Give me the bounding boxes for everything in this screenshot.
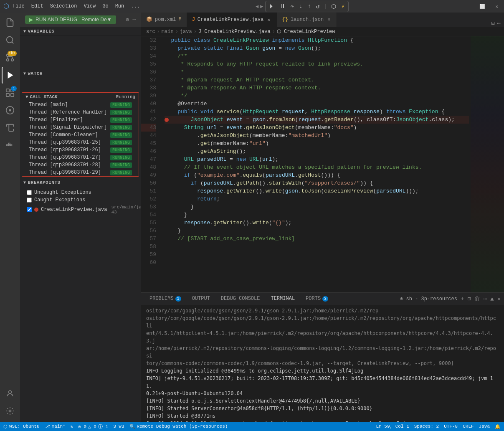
debug-pause-button[interactable]: ⏸ — [279, 2, 286, 10]
call-stack-thread[interactable]: Thread [Finalizer]RUNNING — [22, 116, 139, 124]
run-debug-button[interactable]: ▶ RUN AND DEBUG Remote De▼ — [25, 15, 116, 24]
debug-step-out-button[interactable]: ↑ — [306, 2, 312, 10]
panel-tab-output[interactable]: OUTPUT — [187, 293, 215, 305]
terminal-content[interactable]: ository/com/google/code/gson/gson/2.9.1/… — [141, 305, 504, 422]
split-terminal-button[interactable]: ⊡ — [467, 295, 471, 302]
call-stack-thread[interactable]: Thread [Signal Dispatcher]RUNNING — [22, 124, 139, 131]
menu-selection[interactable]: Selection — [50, 3, 77, 9]
call-stack-thread[interactable]: Thread [qtp399683701-25]RUNNING — [22, 139, 139, 146]
menu-view[interactable]: View — [84, 3, 96, 9]
tab-launch-json[interactable]: {} launch.json ✕ — [277, 13, 337, 27]
restore-button[interactable]: ⬜ — [477, 3, 488, 10]
file-breakpoint-extra: src/main/java 43 — [111, 205, 141, 215]
activity-search[interactable] — [2, 32, 18, 48]
nav-forward-button[interactable]: ▶ — [260, 3, 263, 10]
debug-step-over-button[interactable]: ↷ — [290, 2, 295, 11]
file-breakpoint-label: CreateLinkPreview.java — [41, 207, 107, 213]
panel-close-button[interactable]: ✕ — [497, 295, 501, 302]
menu-run[interactable]: Run — [115, 3, 124, 9]
file-breakpoint-checkbox[interactable] — [27, 207, 32, 212]
status-notifications[interactable]: 🔔 — [495, 424, 501, 429]
watch-label: WATCH — [28, 71, 43, 76]
call-stack-thread[interactable]: Thread [main]RUNNING — [22, 101, 139, 109]
status-encoding[interactable]: UTF-8 — [444, 424, 458, 429]
activity-accounts[interactable] — [2, 385, 18, 402]
call-stack-thread[interactable]: Thread [qtp399683701-27]RUNNING — [22, 154, 139, 161]
activity-extensions[interactable]: 1 — [2, 84, 18, 101]
debug-disconnect-button[interactable]: ⬡ — [330, 2, 337, 11]
close-button[interactable]: ✕ — [493, 3, 501, 10]
json-tab-close[interactable]: ✕ — [326, 16, 332, 23]
status-language[interactable]: Java — [479, 424, 490, 429]
breakpoints-section-header[interactable]: ▼ BREAKPOINTS — [20, 178, 141, 187]
tab-create-link-preview[interactable]: J CreateLinkPreview.java ✕ — [187, 13, 277, 27]
panel-tab-debug-console[interactable]: DEBUG CONSOLE — [216, 293, 265, 305]
code-line: if (parsedURL.getPath().startsWith("/sup… — [165, 179, 469, 187]
menu-file[interactable]: File — [13, 3, 25, 9]
status-branch[interactable]: ⎇ main* — [45, 424, 66, 429]
panel-more-button[interactable]: ⋯ — [484, 295, 487, 302]
breadcrumb-src[interactable]: src — [146, 29, 155, 35]
activity-settings[interactable] — [2, 403, 18, 419]
settings-icon[interactable]: ⚙ — [126, 16, 129, 23]
debug-step-into-button[interactable]: ↓ — [298, 2, 303, 10]
debug-continue-button[interactable]: ⏵ — [268, 2, 276, 10]
caught-exceptions-checkbox[interactable] — [27, 198, 32, 203]
panel-maximize-button[interactable]: ▲ — [490, 296, 494, 302]
breakpoint-file: CreateLinkPreview.java src/main/java 43 — [20, 204, 141, 216]
debug-toolbar-container: ◀ ▶ ⏵ ⏸ ↷ ↓ ↑ ↺ | ⬡ ⚡ — [140, 1, 464, 12]
activity-explorer[interactable] — [2, 14, 18, 31]
call-stack-thread[interactable]: Thread [Reference Handler]RUNNING — [22, 109, 139, 116]
status-position[interactable]: Ln 59, Col 1 — [376, 424, 409, 429]
menu-more[interactable]: ... — [131, 3, 140, 9]
status-wsl[interactable]: ⬡ WSL: Ubuntu — [3, 424, 40, 429]
panel-tab-terminal[interactable]: TERMINAL — [266, 293, 300, 305]
debug-restart-button[interactable]: ↺ — [315, 2, 320, 11]
activity-run-debug[interactable] — [2, 67, 18, 84]
status-debug-watch[interactable]: 🔍 Remote Debug Watch (3p-resources) — [129, 424, 228, 429]
status-remote-count[interactable]: 3 W3 — [113, 424, 124, 429]
debug-hotreload-button[interactable]: ⚡ — [340, 2, 345, 11]
code-content[interactable]: public class CreateLinkPreview implement… — [163, 36, 471, 292]
more-icon[interactable]: ⋯ — [132, 16, 136, 23]
new-terminal-button[interactable]: + — [461, 296, 464, 302]
variables-section-header[interactable]: ▼ VARIABLES — [20, 27, 141, 36]
line-number: 32 — [141, 36, 156, 44]
panel-tab-ports[interactable]: PORTS 3 — [301, 293, 333, 305]
status-errors[interactable]: ⊗ 0 △ 0 ⓘ 1 — [78, 423, 108, 430]
uncaught-exceptions-checkbox[interactable] — [27, 190, 32, 195]
activity-source-control[interactable]: 1k+ — [2, 49, 18, 66]
call-stack-thread[interactable]: Thread [Common-Cleaner]RUNNING — [22, 131, 139, 139]
watch-section-header[interactable]: ▼ WATCH — [20, 69, 141, 78]
breadcrumb-class[interactable]: ⬡ CreateLinkPreview — [277, 28, 335, 35]
menu-edit[interactable]: Edit — [31, 3, 43, 9]
status-sync[interactable]: ↻ — [71, 424, 73, 429]
menu-go[interactable]: Go — [102, 3, 108, 9]
status-line-ending[interactable]: CRLF — [463, 424, 474, 429]
line-number: 43 — [141, 124, 156, 132]
panel-tab-problems[interactable]: PROBLEMS 1 — [144, 293, 186, 305]
minimize-button[interactable]: ─ — [464, 3, 472, 10]
code-line: } — [165, 203, 469, 211]
activity-remote[interactable] — [2, 102, 18, 119]
thread-name: Thread [qtp399683701-29] — [29, 170, 101, 175]
nav-back-button[interactable]: ◀ — [256, 3, 258, 10]
problems-label: PROBLEMS — [149, 296, 174, 302]
call-stack-header[interactable]: ▼ CALL STACK Running — [22, 93, 139, 101]
split-editor-button[interactable]: ⊡ — [491, 20, 494, 27]
status-spaces[interactable]: Spaces: 2 — [414, 424, 439, 429]
code-line: * Responds to any HTTP request related t… — [165, 60, 469, 68]
tab-pom-xml[interactable]: 📦 pom.xml M — [141, 13, 187, 27]
terminal-line: ent/4.5.1/httpclient-4.5.1.jar:/home/pie… — [146, 330, 499, 345]
activity-testing[interactable] — [2, 119, 18, 136]
breadcrumb-file[interactable]: J CreateLinkPreview.java — [198, 29, 271, 35]
activity-docker[interactable] — [2, 137, 18, 154]
more-actions-button[interactable]: ⋯ — [497, 20, 501, 27]
breadcrumb-java[interactable]: java — [180, 29, 192, 35]
call-stack-thread[interactable]: Thread [qtp399683701-26]RUNNING — [22, 146, 139, 154]
kill-terminal-button[interactable]: 🗑 — [474, 296, 480, 302]
java-tab-close[interactable]: ✕ — [266, 16, 271, 23]
call-stack-thread[interactable]: Thread [qtp399683701-29]RUNNING — [22, 169, 139, 176]
call-stack-thread[interactable]: Thread [qtp399683701-28]RUNNING — [22, 161, 139, 169]
breadcrumb-main[interactable]: main — [162, 29, 174, 35]
